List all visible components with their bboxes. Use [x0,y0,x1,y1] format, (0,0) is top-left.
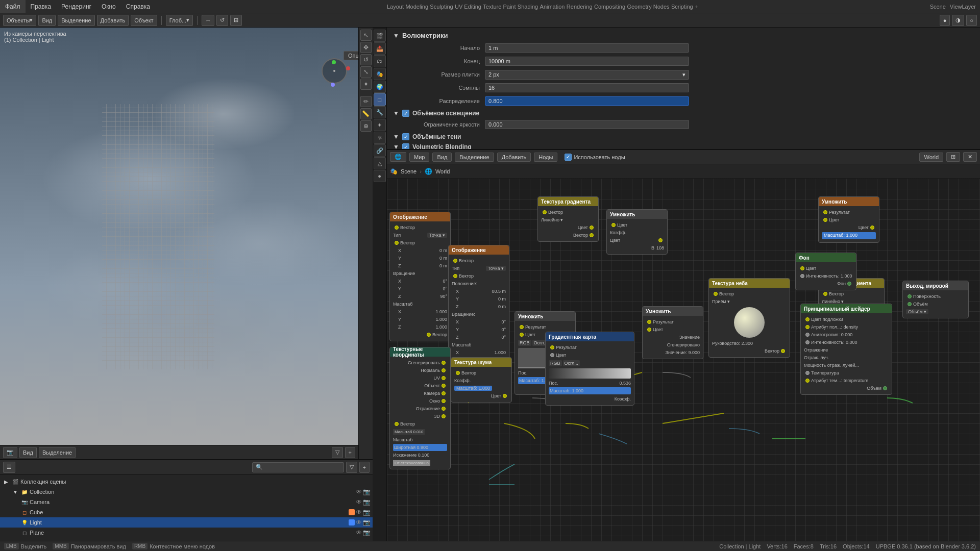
object-prop-icon[interactable]: ◻ [374,93,386,106]
light-eye[interactable]: 👁 [356,519,362,526]
view-btn[interactable]: Вид [38,15,56,26]
menu-file[interactable]: Файл [0,0,26,13]
viewport-shading-rendered[interactable]: ○ [966,15,977,26]
node-background[interactable]: Фон Цвет Интенсивность: 1.000 Фон [795,253,856,290]
outliner-item-light[interactable]: 💡 Light 👁 📷 [0,517,373,528]
collection-camera-icon[interactable]: 📷 [363,488,371,495]
transform-move[interactable]: ↔ [202,15,214,26]
volumetric-lighting-checkbox[interactable]: ✓ [402,110,409,117]
volumetric-blending-checkbox[interactable]: ✓ [402,143,409,150]
volumetrics-header[interactable]: ▼ Волюметрики [393,32,974,39]
world-icon[interactable]: 🌍 [374,81,386,93]
transform-scale[interactable]: ⊞ [230,15,242,26]
start-value[interactable]: 1 m [485,43,689,53]
viewport[interactable]: Из камеры перспектива (1) Collection | L… [0,28,373,459]
object-btn[interactable]: Объект [131,15,157,26]
node-mapping-1[interactable]: Отображение Вектор ТипТочка ▾ Вектор X0 … [389,212,451,341]
node-world-output[interactable]: Выход, мировой Поверхность Объём Объём ▾ [902,281,969,318]
viewport-icon-select[interactable]: ↖ [360,30,372,41]
menu-help[interactable]: Справка [121,0,155,13]
global-selector[interactable]: Глоб... ▾ [166,15,193,26]
vp-filter-btn[interactable]: ▽ [332,447,343,458]
m3-value-bar[interactable]: Масштаб: 1.000 [822,232,876,239]
world-name-input[interactable]: World [919,153,943,162]
vp-camera-btn[interactable]: 📷 [3,447,17,458]
outliner-filter[interactable]: ▽ [346,462,357,473]
vp-add-btn[interactable]: + [345,447,355,458]
node-mir-btn[interactable]: Мир [409,153,429,162]
node-gradient-map[interactable]: Градиентная карта Результат Цвет RGB Осг… [545,332,634,406]
end-value[interactable]: 10000 m [485,57,689,66]
transform-rotate[interactable]: ↺ [216,15,228,26]
outliner-mode[interactable]: ☰ [3,462,15,473]
render-icon[interactable]: 🎬 [374,30,386,42]
viewport-icon-rotate[interactable]: ↺ [360,54,372,65]
outliner-item-cube[interactable]: ◻ Cube 👁 📷 [0,507,373,517]
node-zoom-fit[interactable]: ⊞ [946,152,960,162]
constraint-icon[interactable]: 🔗 [374,144,386,157]
node-gradient-texture-1[interactable]: Текстура градиента Вектор Линейно ▾ Цвет… [537,196,599,242]
viewport-icon-move[interactable]: ✥ [360,42,372,53]
camera-eye[interactable]: 👁 [356,498,362,506]
plane-eye[interactable]: 👁 [356,529,362,536]
samples-value[interactable]: 16 [485,83,689,92]
viewport-gizmo[interactable] [322,58,352,89]
menu-edit[interactable]: Правка [26,0,57,13]
plane-cam[interactable]: 📷 [363,529,371,536]
viewport-shading-material[interactable]: ◑ [952,15,964,26]
node-texture-coords[interactable]: Текстурные координаты Сгенерировать Норм… [389,347,451,469]
outliner-add[interactable]: + [359,462,370,473]
particles-icon[interactable]: ✦ [374,119,386,131]
node-close[interactable]: ✕ [963,152,977,162]
vp-select-btn[interactable]: Выделение [39,447,76,458]
mode-selector[interactable]: Объекты ▾ [3,15,36,26]
material-icon[interactable]: ● [374,170,386,182]
output-icon[interactable]: 📤 [374,42,386,55]
vp-view-btn[interactable]: Вид [19,447,37,458]
cube-eye[interactable]: 👁 [356,509,362,516]
outliner-item-camera[interactable]: 📷 Camera 👁 📷 [0,497,373,507]
menu-render[interactable]: Рендеринг [56,0,96,13]
brightness-value[interactable]: 0.000 [485,120,689,129]
node-type-btn[interactable]: 🌐 [390,152,406,162]
add-btn[interactable]: Добавить [97,15,129,26]
noise-mix-value[interactable]: Масштаб: 1.000 [454,386,492,391]
tile-size-value[interactable]: 2 px ▾ [485,70,689,80]
select-btn[interactable]: Выделение [58,15,94,26]
menu-window[interactable]: Окно [96,0,121,13]
modifier-icon[interactable]: 🔧 [374,106,386,118]
outliner-collection[interactable]: ▼ 📁 Collection 👁 📷 [0,487,373,497]
node-editor-canvas[interactable]: Отображение Вектор ТипТочка ▾ Вектор X0 … [387,179,980,541]
view-layer-icon[interactable]: 🗂 [374,55,386,67]
node-select-btn[interactable]: Выделение [455,153,494,162]
camera-cam[interactable]: 📷 [363,498,371,506]
light-icon: 💡 [20,518,29,527]
node-noise-texture[interactable]: Текстура шума Вектор Коэфф. Масштаб: 1.0… [451,357,512,403]
node-principled[interactable]: Принципиальный шейдер Цвет подложки Атри… [800,304,892,395]
viewport-icon-measure[interactable]: 📏 [360,108,372,119]
cube-cam[interactable]: 📷 [363,509,371,516]
node-mapping-3[interactable]: Умножить Результат Цвет Цвет Масштаб: 1.… [818,196,879,243]
outliner-scene-collection[interactable]: ▶ 🎬 Коллекция сцены [0,477,373,487]
node-add-btn[interactable]: Добавить [497,153,531,162]
gmap-gradient-bar[interactable] [549,368,631,379]
scene-prop-icon[interactable]: 🎭 [374,68,386,80]
node-nodes-btn[interactable]: Ноды [534,153,557,162]
data-icon[interactable]: △ [374,157,386,169]
node-mix-2[interactable]: Умножить Цвет Коэфф. Цвет B108 [606,209,668,255]
light-cam[interactable]: 📷 [363,519,371,526]
viewport-icon-annotate[interactable]: ✏ [360,96,372,107]
distribution-value[interactable]: 0.800 [485,96,689,106]
collection-eye-icon[interactable]: 👁 [356,488,362,495]
node-sky-texture[interactable]: Текстура неба Вектор Приём ▾ Руководство… [708,278,790,358]
viewport-icon-cursor[interactable]: ⊕ [360,120,372,132]
viewport-icon-scale[interactable]: ⤡ [360,66,372,78]
outliner-item-plane[interactable]: ◻ Plane 👁 📷 [0,528,373,538]
viewport-icon-transform[interactable]: ✦ [360,79,372,90]
physics-icon[interactable]: ⚛ [374,132,386,144]
node-view-btn[interactable]: Вид [432,153,452,162]
viewport-shading-solid[interactable]: ● [940,15,950,26]
use-nodes-checkbox[interactable]: ✓ [565,154,572,161]
node-mix-3[interactable]: Умножить Результат Цвет Значение Сгенери… [642,306,703,359]
volumetric-shadows-checkbox[interactable]: ✓ [402,133,409,140]
